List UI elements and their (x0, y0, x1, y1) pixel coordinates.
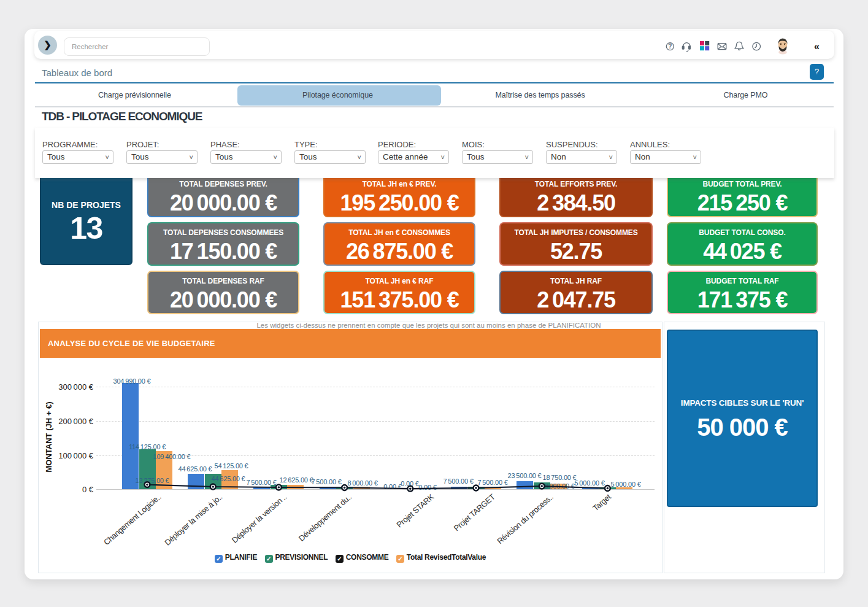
svg-text:«: « (814, 41, 820, 52)
svg-text:?: ? (668, 43, 672, 50)
